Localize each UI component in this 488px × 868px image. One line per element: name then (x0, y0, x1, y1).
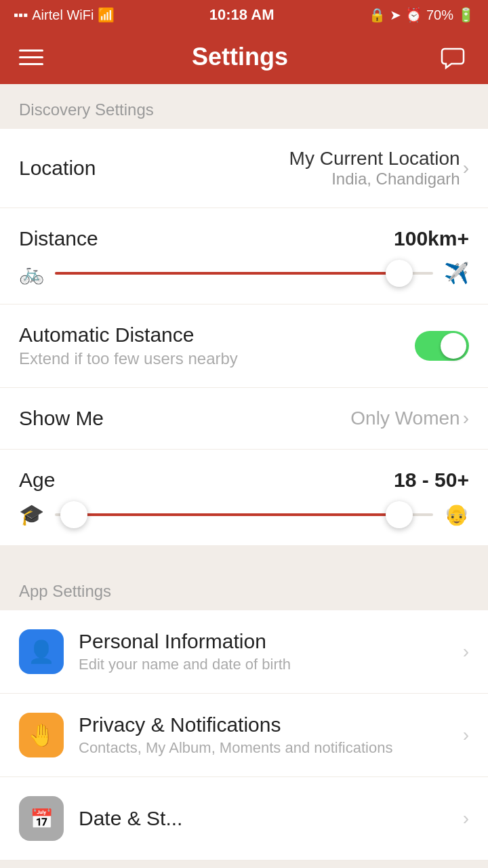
status-time: 10:18 AM (209, 6, 274, 24)
show-me-row[interactable]: Show Me Only Women › (0, 388, 488, 450)
age-value: 18 - 50+ (394, 469, 469, 492)
age-icon-left: 🎓 (19, 502, 44, 526)
age-icon-right: 👴 (444, 502, 469, 526)
personal-info-title: Personal Information (79, 630, 448, 653)
location-main: My Current Location (289, 148, 460, 170)
date-settings-text: Date & St... (79, 807, 448, 830)
lock-icon: 🔒 (369, 7, 386, 23)
automatic-distance-row: Automatic Distance Extend if too few use… (0, 304, 488, 388)
distance-icon-left: 🚲 (19, 261, 44, 285)
alarm-icon: ⏰ (405, 7, 422, 23)
age-label: Age (19, 469, 55, 492)
privacy-notifications-chevron: › (463, 724, 469, 746)
show-me-chevron: › (463, 408, 469, 429)
age-slider-track[interactable] (55, 513, 433, 516)
location-value: My Current Location India, Chandigarh › (289, 148, 469, 189)
discovery-section-header: Discovery Settings (0, 84, 488, 129)
location-icon: ➤ (390, 7, 401, 23)
app-settings-card: 👤 Personal Information Edit your name an… (0, 610, 488, 861)
distance-icon-right: ✈️ (444, 261, 469, 285)
status-bar: ▪▪▪ Airtel WiFi 📶 10:18 AM 🔒 ➤ ⏰ 70% 🔋 (0, 0, 488, 30)
personal-info-row[interactable]: 👤 Personal Information Edit your name an… (0, 610, 488, 694)
personal-info-subtitle: Edit your name and date of birth (79, 656, 448, 673)
distance-slider-fill (55, 272, 407, 275)
distance-slider-thumb[interactable] (386, 260, 413, 287)
privacy-notifications-icon: 🤚 (19, 713, 64, 757)
location-chevron: › (463, 157, 469, 179)
privacy-notifications-title: Privacy & Notifications (79, 713, 448, 736)
distance-slider-row: 🚲 ✈️ (19, 261, 469, 297)
date-settings-title: Date & St... (79, 807, 448, 830)
date-settings-row[interactable]: 📅 Date & St... › (0, 777, 488, 861)
age-slider-row: 🎓 👴 (19, 502, 469, 538)
chat-button[interactable] (436, 41, 469, 73)
discovery-settings-card: Location My Current Location India, Chan… (0, 129, 488, 545)
distance-slider-track[interactable] (55, 272, 433, 275)
personal-info-icon: 👤 (19, 629, 64, 674)
distance-label: Distance (19, 227, 98, 250)
age-slider-thumb-right[interactable] (386, 501, 413, 528)
date-settings-chevron: › (463, 808, 469, 829)
privacy-notifications-row[interactable]: 🤚 Privacy & Notifications Contacts, My A… (0, 694, 488, 777)
age-section: Age 18 - 50+ 🎓 👴 (0, 450, 488, 545)
privacy-notifications-subtitle: Contacts, My Album, Moments and notifica… (79, 739, 448, 757)
location-label: Location (19, 157, 96, 180)
wifi-icon: 📶 (98, 7, 115, 23)
automatic-distance-toggle[interactable] (415, 331, 469, 361)
battery-label: 70% (426, 7, 453, 23)
toggle-knob (441, 333, 466, 359)
hand-icon: 🤚 (28, 722, 55, 748)
personal-info-text: Personal Information Edit your name and … (79, 630, 448, 673)
personal-info-chevron: › (463, 641, 469, 663)
location-sub: India, Chandigarh (289, 170, 460, 189)
carrier-label: Airtel WiFi (32, 7, 94, 23)
page-title: Settings (192, 43, 288, 71)
status-right: 🔒 ➤ ⏰ 70% 🔋 (369, 7, 474, 23)
age-slider-fill (74, 513, 407, 516)
menu-button[interactable] (19, 50, 43, 65)
signal-icon: ▪▪▪ (14, 7, 28, 23)
battery-icon: 🔋 (458, 7, 474, 23)
show-me-value-text: Only Women (350, 408, 460, 429)
location-row[interactable]: Location My Current Location India, Chan… (0, 129, 488, 208)
privacy-notifications-text: Privacy & Notifications Contacts, My Alb… (79, 713, 448, 757)
distance-section: Distance 100km+ 🚲 ✈️ (0, 208, 488, 304)
show-me-value: Only Women › (350, 408, 469, 429)
calendar-icon: 📅 (30, 808, 54, 830)
app-section-header: App Settings (0, 566, 488, 610)
show-me-label: Show Me (19, 407, 104, 430)
status-left: ▪▪▪ Airtel WiFi 📶 (14, 7, 115, 23)
automatic-distance-subtitle: Extend if too few users nearby (19, 349, 238, 368)
age-slider-thumb-left[interactable] (60, 501, 87, 528)
section-gap-1 (0, 545, 488, 566)
distance-value: 100km+ (394, 227, 469, 250)
automatic-distance-label: Automatic Distance (19, 323, 238, 347)
date-settings-icon: 📅 (19, 796, 64, 841)
header: Settings (0, 30, 488, 84)
person-icon: 👤 (28, 639, 55, 665)
